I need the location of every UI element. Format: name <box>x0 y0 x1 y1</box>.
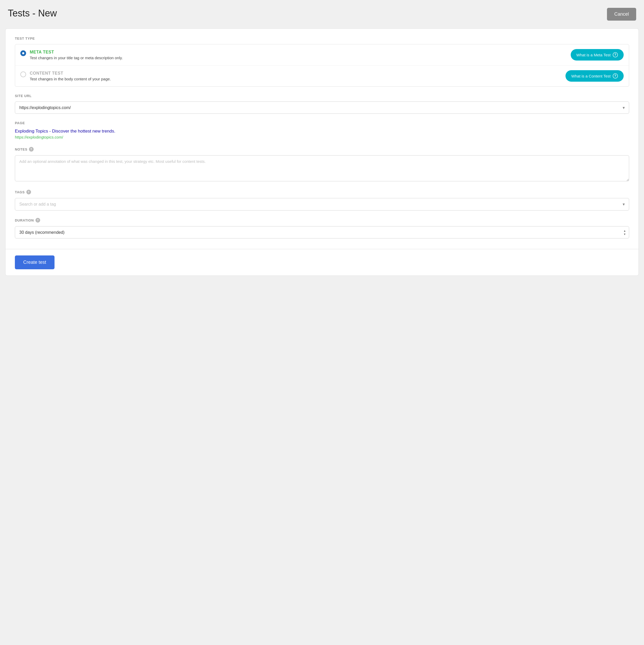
meta-radio[interactable] <box>20 50 26 56</box>
create-test-button[interactable]: Create test <box>15 255 54 269</box>
meta-test-desc: Test changes in your title tag or meta d… <box>30 55 123 60</box>
content-radio[interactable] <box>20 71 26 77</box>
tags-section: TAGS ? ▼ <box>15 190 629 211</box>
page-title-link[interactable]: Exploding Topics - Discover the hottest … <box>15 129 629 134</box>
page-url-link[interactable]: https://explodingtopics.com/ <box>15 135 63 139</box>
notes-help-icon[interactable]: ? <box>29 147 34 152</box>
test-type-label: TEST TYPE <box>15 36 629 40</box>
site-url-section: SITE URL https://explodingtopics.com/ ▼ <box>15 94 629 114</box>
duration-help-icon[interactable]: ? <box>35 218 40 223</box>
content-test-option[interactable]: CONTENT TEST Test changes in the body co… <box>15 65 629 86</box>
duration-section: DURATION ? 14 days 30 days (recommended)… <box>15 218 629 238</box>
meta-test-name: META TEST <box>30 50 123 54</box>
site-url-select[interactable]: https://explodingtopics.com/ <box>15 101 629 114</box>
content-test-desc: Test changes in the body content of your… <box>30 77 111 81</box>
notes-label: NOTES ? <box>15 147 629 152</box>
tags-help-icon[interactable]: ? <box>26 190 31 194</box>
content-test-name: CONTENT TEST <box>30 71 111 76</box>
page-section: PAGE Exploding Topics - Discover the hot… <box>15 121 629 140</box>
form-footer: Create test <box>5 249 639 275</box>
page-title: Tests - New <box>8 8 57 19</box>
test-type-section: TEST TYPE META TEST Test changes in your… <box>15 36 629 86</box>
question-circle-icon-2: ? <box>613 73 618 78</box>
form-card: TEST TYPE META TEST Test changes in your… <box>5 28 639 276</box>
test-type-options: META TEST Test changes in your title tag… <box>15 44 629 86</box>
duration-label: DURATION ? <box>15 218 629 223</box>
cancel-button[interactable]: Cancel <box>607 8 636 21</box>
what-is-meta-button[interactable]: What is a Meta Test ? <box>571 49 624 60</box>
notes-section: NOTES ? <box>15 147 629 182</box>
tags-label: TAGS ? <box>15 190 629 194</box>
tags-input[interactable] <box>15 198 629 211</box>
what-is-content-button[interactable]: What is a Content Test ? <box>566 70 624 82</box>
meta-test-option[interactable]: META TEST Test changes in your title tag… <box>15 44 629 65</box>
notes-textarea[interactable] <box>15 155 629 181</box>
site-url-label: SITE URL <box>15 94 629 98</box>
question-circle-icon: ? <box>613 52 618 57</box>
page-header: Tests - New Cancel <box>5 8 639 21</box>
duration-select[interactable]: 14 days 30 days (recommended) 60 days 90… <box>15 226 629 238</box>
page-label: PAGE <box>15 121 629 125</box>
form-body: TEST TYPE META TEST Test changes in your… <box>5 29 639 249</box>
